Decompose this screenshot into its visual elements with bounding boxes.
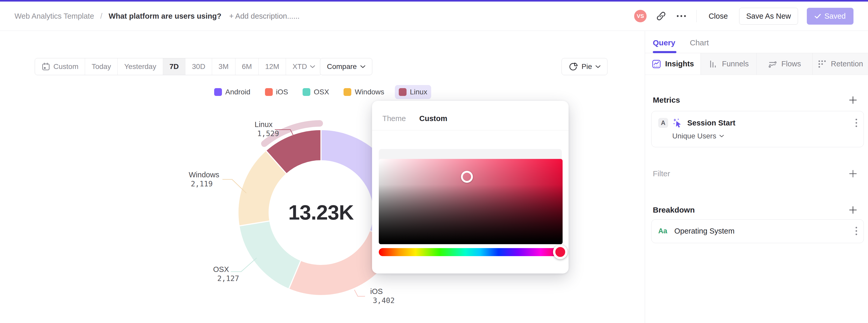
callout-value: 1,529: [255, 129, 279, 138]
date-range-yesterday[interactable]: Yesterday: [118, 58, 163, 75]
metrics-section-header: Metrics: [653, 94, 859, 106]
share-link-button[interactable]: [655, 10, 667, 22]
legend-item-ios[interactable]: iOS: [261, 85, 292, 99]
insight-type-tabs: Insights Funnels Flows: [645, 53, 868, 75]
breakdown-heading: Breakdown: [653, 205, 695, 215]
callout-linux: Linux 1,529: [255, 120, 279, 138]
insight-tab-label: Flows: [781, 60, 801, 68]
query-panel: Query Chart Insights Funnels: [645, 31, 868, 323]
breadcrumb-root-link[interactable]: Web Analytics Template: [14, 12, 94, 21]
add-description-button[interactable]: + Add description......: [229, 12, 300, 21]
page-title[interactable]: What platform are users using?: [108, 12, 221, 21]
date-range-label: 7D: [169, 62, 179, 71]
color-cursor-handle[interactable]: [461, 171, 473, 183]
metric-label[interactable]: Session Start: [687, 119, 850, 127]
saved-button[interactable]: Saved: [807, 8, 854, 25]
tab-flows[interactable]: Flows: [757, 53, 812, 75]
date-range-xtd[interactable]: XTD: [286, 58, 321, 75]
legend-swatch: [303, 88, 310, 96]
breakdown-row: Aa Operating System: [652, 220, 864, 243]
aggregation-label: Unique Users: [672, 132, 716, 140]
plus-icon: [848, 205, 857, 215]
hue-slider[interactable]: [379, 248, 563, 256]
date-range-30d[interactable]: 30D: [185, 58, 212, 75]
color-picker-tabs: Theme Custom: [372, 101, 568, 130]
legend-label: iOS: [276, 88, 288, 96]
legend-label: OSX: [314, 88, 329, 96]
saturation-value-panel[interactable]: [379, 159, 563, 244]
compare-button[interactable]: Compare: [320, 58, 372, 75]
add-metric-button[interactable]: [847, 94, 859, 106]
legend-swatch: [214, 88, 222, 96]
app-root: Web Analytics Template / What platform a…: [0, 0, 868, 323]
callout-osx: OSX 2,127: [213, 265, 239, 283]
legend-swatch: [343, 88, 351, 96]
tab-custom[interactable]: Custom: [419, 114, 447, 130]
panel-tabs: Query Chart: [645, 31, 868, 53]
pie-slice-osx[interactable]: [239, 221, 301, 289]
callout-name: OSX: [213, 265, 239, 274]
insights-icon: [652, 59, 661, 69]
insight-tab-label: Funnels: [722, 60, 749, 68]
metric-menu-button[interactable]: [855, 118, 857, 128]
legend-item-android[interactable]: Android: [210, 85, 254, 99]
callout-ios: iOS 3,402: [370, 287, 395, 305]
breakdown-card: Aa Operating System: [651, 219, 864, 243]
legend-swatch: [399, 88, 406, 96]
legend-item-osx[interactable]: OSX: [299, 85, 333, 99]
donut-total-value: 13.23K: [288, 201, 353, 225]
add-breakdown-button[interactable]: [847, 204, 859, 216]
tab-chart[interactable]: Chart: [690, 38, 709, 53]
legend-swatch: [265, 88, 273, 96]
more-menu-button[interactable]: [676, 10, 687, 22]
hue-slider-handle[interactable]: [553, 245, 567, 259]
add-filter-button[interactable]: [847, 168, 859, 180]
date-range-6m[interactable]: 6M: [236, 58, 259, 75]
chart-legend: Android iOS OSX Windows Linux: [210, 85, 431, 99]
chevron-down-icon: [310, 65, 315, 68]
close-button[interactable]: Close: [706, 12, 730, 21]
tab-retention[interactable]: Retention: [812, 53, 868, 75]
flows-icon: [768, 59, 777, 69]
save-as-new-label: Save As New: [746, 12, 791, 21]
date-range-control: Custom Today Yesterday 7D 30D 3M 6M 12M …: [35, 58, 322, 75]
breakdown-label[interactable]: Operating System: [674, 227, 850, 235]
date-range-12m[interactable]: 12M: [259, 58, 286, 75]
breakdown-menu-button[interactable]: [855, 226, 857, 236]
date-range-custom[interactable]: Custom: [35, 58, 85, 75]
tab-insights[interactable]: Insights: [645, 53, 701, 75]
property-type-badge: Aa: [658, 227, 670, 235]
breadcrumb-separator: /: [100, 12, 102, 21]
legend-item-windows[interactable]: Windows: [340, 85, 388, 99]
tab-query[interactable]: Query: [653, 38, 675, 53]
avatar[interactable]: VS: [634, 10, 647, 22]
legend-label: Windows: [355, 88, 384, 96]
chart-type-label: Pie: [582, 62, 592, 71]
aggregation-dropdown[interactable]: Unique Users: [672, 132, 724, 140]
breadcrumb: Web Analytics Template / What platform a…: [14, 12, 300, 21]
date-range-label: Today: [92, 62, 111, 71]
callout-name: Linux: [255, 120, 279, 129]
callout-value: 3,402: [370, 296, 395, 305]
chart-type-selector[interactable]: Pie: [562, 58, 608, 75]
callout-value: 2,119: [189, 180, 219, 189]
series-badge: A: [658, 118, 668, 128]
date-range-today[interactable]: Today: [85, 58, 118, 75]
plus-icon: [848, 169, 857, 178]
date-range-7d[interactable]: 7D: [163, 58, 186, 75]
insight-tab-label: Retention: [831, 60, 863, 68]
tab-funnels[interactable]: Funnels: [701, 53, 756, 75]
kebab-icon: [855, 118, 857, 128]
save-as-new-button[interactable]: Save As New: [739, 8, 798, 25]
legend-item-linux[interactable]: Linux: [395, 85, 431, 99]
date-range-3m[interactable]: 3M: [212, 58, 236, 75]
saved-label: Saved: [825, 12, 846, 21]
tab-theme[interactable]: Theme: [382, 114, 406, 130]
date-range-label: Yesterday: [124, 62, 156, 71]
color-picker-popup: Theme Custom: [372, 101, 568, 273]
check-icon: [815, 14, 821, 19]
plus-icon: [848, 96, 857, 104]
chevron-down-icon: [595, 65, 600, 68]
insight-tab-label: Insights: [665, 60, 694, 68]
header-actions: VS Close Save As New Sav: [634, 8, 854, 25]
